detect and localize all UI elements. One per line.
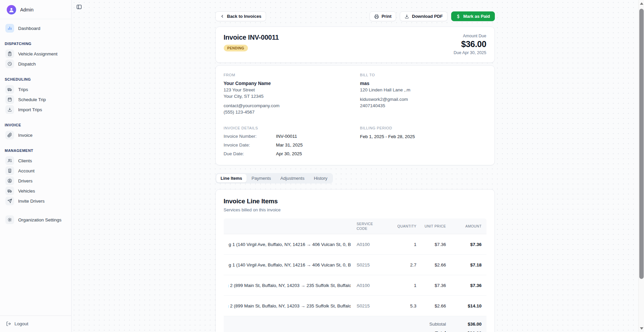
table-row: Leg 1 (140 Virgil Ave, Buffalo, NY, 1421… <box>224 255 486 275</box>
table-header-row: SERVICE CODE QUANTITY UNIT PRICE AMOUNT <box>224 218 486 234</box>
cell-service-code: A0100 <box>357 242 383 247</box>
cell-description: Leg 2 (899 Main St, Buffalo, NY, 14203 →… <box>228 303 351 308</box>
paperclip-icon <box>5 131 14 139</box>
table-row: Leg 1 (140 Virgil Ave, Buffalo, NY, 1421… <box>224 234 486 255</box>
column-header-amount: AMOUNT <box>452 224 482 229</box>
invoice-title-block: Invoice INV-00011 PENDING <box>224 34 279 55</box>
circle-user-icon <box>5 176 14 185</box>
sidebar-item-dispatch[interactable]: Dispatch <box>3 59 69 69</box>
detail-row: Invoice Number: INV-00011 <box>224 134 350 139</box>
amount-due-block: Amount Due $36.00 Due Apr 30, 2025 <box>454 34 486 55</box>
sidebar-item-drivers[interactable]: Drivers <box>3 176 69 186</box>
sidebar-item-import-trips[interactable]: Import Trips <box>3 105 69 115</box>
user-name: Admin <box>20 7 34 12</box>
from-name: Your Company Name <box>224 81 350 86</box>
dollar-icon <box>456 14 461 19</box>
table-row: Leg 2 (899 Main St, Buffalo, NY, 14203 →… <box>224 275 486 296</box>
toolbar: Back to Invoices Print Download PDF Mark… <box>215 11 495 21</box>
detail-row: Invoice Date: Mar 31, 2025 <box>224 142 350 148</box>
tab-payments[interactable]: Payments <box>247 174 275 182</box>
sidebar-item-label: Organization Settings <box>18 217 61 222</box>
sidebar-item-trips[interactable]: Trips <box>3 84 69 94</box>
column-header-quantity: QUANTITY <box>389 224 417 229</box>
sidebar-item-organization-settings[interactable]: Organization Settings <box>3 215 69 225</box>
sidebar-item-label: Import Trips <box>18 107 42 112</box>
scrollbar-thumb[interactable] <box>639 9 644 279</box>
cell-quantity: 2.7 <box>389 262 417 267</box>
bill-to-block: BILL TO mas 120 Linden Hall Lane ,.m kid… <box>360 73 486 115</box>
detail-row: Due Date: Apr 30, 2025 <box>224 151 350 156</box>
logout-button[interactable]: Logout <box>3 319 69 329</box>
building-icon <box>5 166 14 175</box>
detail-label: Invoice Number: <box>224 134 276 139</box>
sidebar-item-account[interactable]: Account <box>3 166 69 176</box>
scrollbar-up-arrow[interactable] <box>639 1 644 6</box>
tab-line-items[interactable]: Line Items <box>216 174 247 182</box>
scrollbar-down-arrow[interactable] <box>639 326 644 331</box>
sidebar-item-label: Vehicles <box>18 189 35 194</box>
sidebar-item-label: Drivers <box>18 178 33 183</box>
detail-value: INV-00011 <box>276 134 350 139</box>
content-column: Back to Invoices Print Download PDF Mark… <box>215 0 495 332</box>
column-header-service-code: SERVICE CODE <box>357 221 383 231</box>
cell-quantity: 1 <box>389 283 417 288</box>
cell-amount: $7.36 <box>452 242 482 247</box>
sidebar-item-label: Vehicle Assignment <box>18 51 57 56</box>
section-title-scheduling: SCHEDULING <box>3 77 69 81</box>
sidebar-item-dashboard[interactable]: Dashboard <box>3 23 69 33</box>
sidebar-item-clients[interactable]: Clients <box>3 156 69 166</box>
section-title-dispatching: DISPATCHING <box>3 42 69 46</box>
back-label: Back to Invoices <box>227 14 262 19</box>
cell-service-code: S0215 <box>357 262 383 267</box>
detail-label: Due Date: <box>224 151 276 156</box>
print-button[interactable]: Print <box>370 11 396 21</box>
sidebar-item-invite-drivers[interactable]: Invite Drivers <box>3 196 69 206</box>
total-value: $36.00 <box>452 331 482 332</box>
download-icon <box>404 14 409 19</box>
page-title: Invoice INV-00011 <box>224 34 279 41</box>
sidebar-item-vehicles[interactable]: Vehicles <box>3 186 69 196</box>
detail-label: Invoice Date: <box>224 142 276 148</box>
calendar-icon <box>5 95 14 104</box>
sidebar-item-vehicle-assignment[interactable]: Vehicle Assignment <box>3 49 69 59</box>
bar-chart-icon <box>5 24 14 33</box>
sidebar-item-schedule-trip[interactable]: Schedule Trip <box>3 94 69 105</box>
cell-description: Leg 1 (140 Virgil Ave, Buffalo, NY, 1421… <box>228 262 351 267</box>
ambulance-icon <box>5 85 14 94</box>
download-pdf-label: Download PDF <box>412 14 443 19</box>
invoice-details-label: INVOICE DETAILS <box>224 126 350 130</box>
gear-icon <box>5 215 14 224</box>
cell-amount: $14.10 <box>452 303 482 308</box>
sidebar-item-invoice[interactable]: Invoice <box>3 130 69 140</box>
back-to-invoices-button[interactable]: Back to Invoices <box>215 11 266 21</box>
download-pdf-button[interactable]: Download PDF <box>400 11 447 21</box>
sidebar-item-label: Dashboard <box>18 26 40 31</box>
from-email: contact@yourcompany.com <box>224 103 350 108</box>
cell-unit-price: $7.36 <box>423 283 446 288</box>
clock-icon <box>5 59 14 68</box>
invoice-details-card: FROM Your Company Name 123 Your Street Y… <box>215 65 495 165</box>
sidebar-toggle-icon[interactable] <box>75 3 83 10</box>
subtotal-label: Subtotal <box>228 322 446 327</box>
status-badge: PENDING <box>224 45 248 51</box>
mark-as-paid-label: Mark as Paid <box>463 14 490 19</box>
clipboard-icon <box>5 49 14 58</box>
cell-service-code: S0215 <box>357 303 383 308</box>
tab-bar: Line Items Payments Adjustments History <box>215 173 333 183</box>
due-date-text: Due Apr 30, 2025 <box>454 50 486 55</box>
table-footer: Subtotal $36.00 Total $36.00 <box>224 316 486 332</box>
send-icon <box>5 197 14 205</box>
subtotal-row: Subtotal $36.00 <box>228 320 482 329</box>
section-title-invoice: INVOICE <box>3 123 69 127</box>
chevron-left-icon <box>220 14 224 18</box>
tab-adjustments[interactable]: Adjustments <box>276 174 309 182</box>
mark-as-paid-button[interactable]: Mark as Paid <box>451 11 495 21</box>
cell-unit-price: $2.66 <box>423 262 446 267</box>
sidebar-item-label: Account <box>18 168 35 173</box>
cell-amount: $7.18 <box>452 262 482 267</box>
tab-history[interactable]: History <box>309 174 332 182</box>
print-label: Print <box>382 14 392 19</box>
logout-label: Logout <box>14 321 28 326</box>
main-area: Back to Invoices Print Download PDF Mark… <box>72 0 638 332</box>
user-row: Admin <box>0 0 71 19</box>
